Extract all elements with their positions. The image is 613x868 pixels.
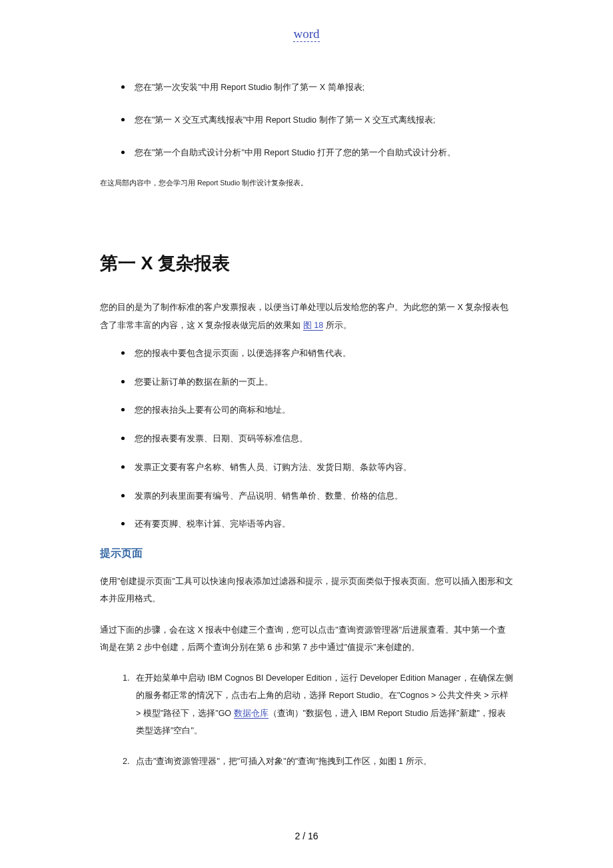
page-title: 第一 X 复杂报表 xyxy=(100,251,513,275)
list-item: 发票的列表里面要有编号、产品说明、销售单价、数量、价格的信息。 xyxy=(100,490,513,503)
header-word-link[interactable]: word xyxy=(293,27,319,42)
intro-paragraph: 您的目的是为了制作标准的客户发票报表，以便当订单处理以后发给您的客户。为此您的第… xyxy=(100,299,513,334)
step-item-2: 点击"查询资源管理器"，把"可插入对象"的"查询"拖拽到工作区，如图 1 所示。 xyxy=(132,753,513,770)
list-item: 您的报表中要包含提示页面，以便选择客户和销售代表。 xyxy=(100,347,513,360)
list-item: 您在"第一 X 交互式离线报表"中用 Report Studio 制作了第一 X… xyxy=(100,114,513,127)
paragraph-query-desc: 通过下面的步骤，会在这 X 报表中创建三个查询，您可以点击"查询资源管理器"后进… xyxy=(100,621,513,657)
note-text: 在这局部内容中，您会学习用 Report Studio 制作设计复杂报表。 xyxy=(100,179,513,188)
list-item: 您在"第一个自助式设计分析"中用 Report Studio 打开了您的第一个自… xyxy=(100,147,513,159)
header-link-block: word xyxy=(100,27,513,41)
list-item: 您的报表抬头上要有公司的商标和地址。 xyxy=(100,404,513,417)
feature-bullet-list: 您的报表中要包含提示页面，以便选择客户和销售代表。 您要让新订单的数据在新的一页… xyxy=(100,347,513,531)
list-item: 发票正文要有客户名称、销售人员、订购方法、发货日期、条款等内容。 xyxy=(100,461,513,474)
section-heading-prompt-page: 提示页面 xyxy=(100,547,513,561)
intro-post: 所示。 xyxy=(323,321,351,330)
top-bullet-list: 您在"第一次安装"中用 Report Studio 制作了第一 X 简单报表; … xyxy=(100,81,513,159)
page-number: 2 / 16 xyxy=(0,831,613,841)
step-item-1: 在开始菜单中启动 IBM Cognos BI Developer Edition… xyxy=(132,669,513,739)
list-item: 您的报表要有发票、日期、页码等标准信息。 xyxy=(100,433,513,445)
list-item: 还有要页脚、税率计算、完毕语等内容。 xyxy=(100,518,513,531)
data-warehouse-link[interactable]: 数据仓库 xyxy=(234,709,269,719)
list-item: 您要让新订单的数据在新的一页上。 xyxy=(100,376,513,389)
list-item: 您在"第一次安装"中用 Report Studio 制作了第一 X 简单报表; xyxy=(100,81,513,94)
paragraph-prompt-desc: 使用"创建提示页面"工具可以快速向报表添加过滤器和提示，提示页面类似于报表页面。… xyxy=(100,573,513,608)
document-page: word 您在"第一次安装"中用 Report Studio 制作了第一 X 简… xyxy=(0,0,613,868)
step-ordered-list: 在开始菜单中启动 IBM Cognos BI Developer Edition… xyxy=(100,669,513,770)
figure-18-link[interactable]: 图 18 xyxy=(303,321,323,331)
